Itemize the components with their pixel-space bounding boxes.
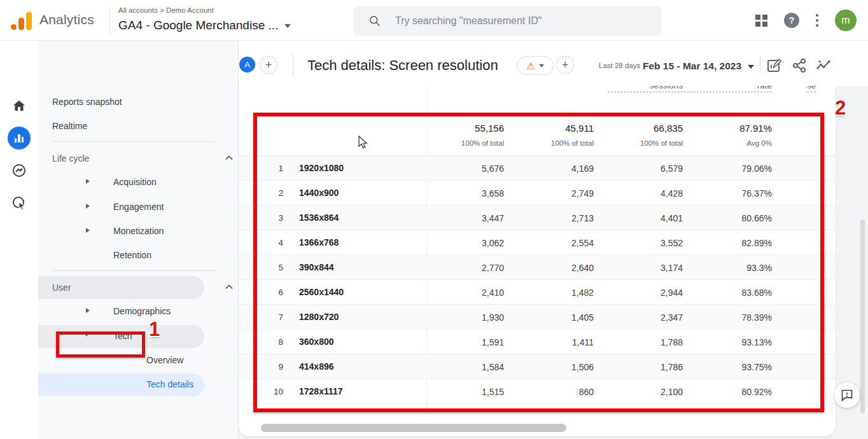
column-header-rate[interactable]: rate <box>684 86 772 92</box>
divider <box>293 54 293 76</box>
breadcrumb[interactable]: All accounts > Demo Account <box>118 6 214 14</box>
expand-arrow-icon[interactable] <box>86 228 90 233</box>
advertising-icon[interactable] <box>0 190 38 216</box>
vertical-scrollbar[interactable] <box>860 220 865 414</box>
expand-arrow-icon[interactable] <box>86 204 90 209</box>
chevron-down-icon <box>284 24 291 28</box>
sidebar-section-life-cycle[interactable]: Life cycle <box>52 153 89 164</box>
sidebar-item-tech-details[interactable]: Tech details <box>146 379 193 389</box>
insights-icon[interactable] <box>816 58 831 73</box>
sidebar-item-demographics[interactable]: Demographics <box>113 306 171 316</box>
sidebar-item-realtime[interactable]: Realtime <box>52 121 87 131</box>
divider <box>109 8 110 34</box>
reports-icon[interactable] <box>0 125 38 151</box>
sidebar-item-monetization[interactable]: Monetization <box>113 226 164 236</box>
warning-icon: ⚠ <box>526 61 535 71</box>
customize-report-button[interactable]: + <box>556 56 574 74</box>
add-collaborator-button[interactable]: + <box>260 56 277 74</box>
sidebar-item-overview[interactable]: Overview <box>146 355 183 365</box>
apps-grid-icon[interactable] <box>755 15 767 27</box>
avatar[interactable]: m <box>835 10 857 31</box>
report-title: Tech details: Screen resolution <box>307 57 498 74</box>
date-range-picker[interactable]: Feb 15 - Mar 14, 2023 <box>643 60 754 72</box>
data-quality-button[interactable]: ⚠ <box>517 56 554 75</box>
share-icon[interactable] <box>792 58 807 73</box>
column-header-sessions[interactable]: sessions <box>608 86 683 92</box>
divider <box>760 56 760 74</box>
divider <box>52 141 218 142</box>
collaborator-badge[interactable]: A <box>239 57 255 73</box>
divider <box>52 270 218 271</box>
feedback-button[interactable] <box>834 382 860 408</box>
sidebar-section-user[interactable]: User <box>52 282 71 293</box>
edit-comparison-icon[interactable] <box>766 58 781 73</box>
reports-sidebar: Reports snapshot Realtime Life cycle Acq… <box>38 41 239 439</box>
date-preset-label: Last 28 days <box>599 62 640 69</box>
chevron-up-icon[interactable] <box>225 155 233 160</box>
expand-arrow-icon[interactable] <box>86 308 90 313</box>
expand-arrow-icon[interactable] <box>86 179 90 184</box>
chevron-up-icon[interactable] <box>225 284 233 289</box>
search-icon <box>368 15 381 27</box>
product-name: Analytics <box>39 12 94 27</box>
horizontal-scrollbar[interactable] <box>261 424 566 432</box>
annotation-label-1: 1 <box>149 318 160 341</box>
annotation-box-2 <box>253 113 824 412</box>
top-app-bar: Analytics All accounts > Demo Account GA… <box>0 0 868 41</box>
feedback-bubble-icon <box>841 389 853 401</box>
sidebar-item-reports-snapshot[interactable]: Reports snapshot <box>52 97 122 107</box>
sidebar-item-engagement[interactable]: Engagement <box>113 202 164 212</box>
chevron-down-icon <box>748 65 754 69</box>
help-icon[interactable]: ? <box>784 13 799 28</box>
sidebar-item-retention[interactable]: Retention <box>113 250 151 260</box>
mouse-cursor <box>358 136 369 150</box>
left-icon-rail: ⚙ <box>0 41 38 439</box>
property-selector[interactable]: GA4 - Google Merchandise ... <box>118 18 291 32</box>
annotation-box-1 <box>56 331 145 358</box>
chevron-down-icon <box>539 64 544 67</box>
analytics-logo-icon <box>10 11 33 31</box>
partial-column-headers: sessions rate se <box>239 86 836 99</box>
column-header-cut[interactable]: se <box>807 86 816 92</box>
more-options-icon[interactable] <box>816 14 818 27</box>
home-icon[interactable] <box>0 93 38 118</box>
sidebar-item-acquisition[interactable]: Acquisition <box>113 177 157 187</box>
explore-icon[interactable] <box>0 158 38 183</box>
annotation-label-2: 2 <box>835 97 846 120</box>
search-input[interactable]: Try searching "measurement ID" <box>353 6 662 36</box>
search-placeholder: Try searching "measurement ID" <box>395 15 542 27</box>
